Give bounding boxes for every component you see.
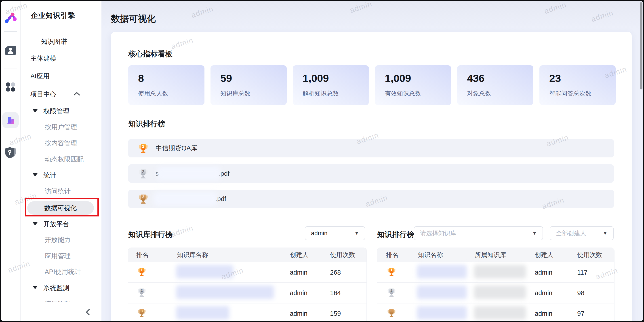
sidebar-item-by-content[interactable]: 按内容管理	[45, 135, 77, 151]
sidebar-item-project-center[interactable]: 项目中心	[30, 86, 94, 102]
collapse-sidebar-icon[interactable]	[84, 308, 91, 316]
sidebar-group-permission[interactable]: 权限管理	[32, 103, 69, 119]
svg-text:1: 1	[390, 268, 392, 272]
redacted-text	[475, 266, 525, 277]
apps-grid-icon[interactable]	[4, 81, 16, 93]
trophy-gold-icon: 1	[136, 266, 147, 277]
table-row: 3 admin159	[128, 303, 366, 321]
metric-value: 1,009	[302, 72, 329, 84]
caret-down-icon: ▼	[532, 231, 537, 236]
icon-rail	[1, 1, 20, 321]
ranking-heading: 知识排行榜	[128, 119, 165, 129]
sidebar-item-api-usage-stats[interactable]: API使用统计	[45, 264, 81, 280]
divider	[4, 31, 17, 32]
trophy-bronze-icon: 3	[386, 307, 397, 318]
table-header: 排名 知识库名称 创建人 使用次数	[128, 248, 366, 262]
rail-item-analytics-active[interactable]	[2, 112, 19, 128]
shield-key-icon[interactable]	[5, 147, 16, 159]
col-kb-name: 知识库名称	[177, 251, 290, 259]
app-logo-icon[interactable]	[4, 11, 17, 24]
col-creator: 创建人	[290, 251, 330, 259]
sidebar-item-app-management[interactable]: 应用管理	[45, 248, 70, 264]
active-item-pill: 数据可视化	[27, 201, 94, 215]
trophy-bronze-icon: 3	[137, 193, 149, 205]
bar-chart-icon	[5, 115, 16, 125]
triangle-down-icon	[32, 286, 38, 289]
metric-label: 使用总人数	[138, 90, 168, 98]
redacted-text	[418, 266, 466, 277]
sidebar-item-data-visualization-active[interactable]: 数据可视化	[21, 200, 102, 216]
metric-value: 8	[138, 72, 144, 84]
sidebar-item-subject-modeling[interactable]: 主体建模	[30, 50, 56, 66]
trophy-gold-icon: 1	[137, 142, 149, 154]
svg-text:2: 2	[140, 288, 142, 293]
metric-card-qa-count: 23智能问答总次数	[540, 65, 616, 105]
col-knowledge-name: 知识名称	[418, 251, 475, 259]
creator-filter-dropdown[interactable]: admin▼	[305, 226, 365, 240]
table-header: 排名 知识名称 所属知识库 创建人 使用次数	[377, 248, 614, 262]
kb-ranking-table: 排名 知识库名称 创建人 使用次数 1 admin268 2 admin164 …	[128, 248, 366, 321]
k-table-heading: 知识排行榜	[377, 230, 414, 240]
sidebar: 企业知识引擎 知识图谱 主体建模 AI应用 项目中心 权限管理 按用户管理 按内…	[21, 1, 102, 321]
triangle-down-icon	[32, 109, 38, 113]
sidebar-item-ai-app[interactable]: AI应用	[30, 68, 50, 84]
ranking-row-1: 1 中信期货QA库	[128, 139, 614, 157]
col-creator: 创建人	[535, 251, 577, 259]
metric-label: 知识库总数	[220, 90, 250, 98]
table-row: 2 admin98	[377, 282, 614, 303]
dropdown-placeholder: 请选择知识库	[420, 229, 456, 237]
metric-label: 有效知识总数	[385, 90, 421, 98]
kb-select-dropdown[interactable]: 请选择知识库▼	[414, 226, 543, 240]
metric-label: 智能问答总次数	[549, 90, 592, 98]
ranking-item-name: .pdf	[156, 194, 226, 204]
metric-card-parsed: 1,009解析知识总数	[293, 65, 369, 105]
redacted-text	[475, 286, 525, 298]
redacted-text	[418, 286, 466, 298]
redacted-text	[177, 266, 232, 277]
app-window: 企业知识引擎 知识图谱 主体建模 AI应用 项目中心 权限管理 按用户管理 按内…	[1, 1, 643, 321]
metrics-heading: 核心指标看板	[128, 49, 172, 59]
all-creators-dropdown[interactable]: 全部创建人▼	[550, 226, 614, 240]
sidebar-item-dynamic-permission[interactable]: 动态权限匹配	[45, 151, 84, 167]
col-rank: 排名	[136, 251, 177, 259]
svg-text:3: 3	[390, 309, 392, 313]
ranking-item-name: 中信期货QA库	[156, 144, 197, 153]
redacted-text	[156, 194, 216, 204]
sidebar-item-by-user[interactable]: 按用户管理	[45, 119, 77, 135]
metric-value: 436	[467, 72, 484, 84]
sidebar-item-access-stats[interactable]: 访问统计	[45, 183, 70, 199]
svg-text:3: 3	[142, 195, 144, 199]
ranking-item-name: s.pdf	[156, 168, 230, 179]
caret-down-icon: ▼	[603, 231, 607, 236]
page-scrollbar-thumb[interactable]	[640, 2, 642, 90]
ranking-row-3: 3 .pdf	[128, 190, 614, 208]
sidebar-group-statistics[interactable]: 统计	[32, 167, 56, 183]
sidebar-item-open-capability[interactable]: 开放能力	[45, 232, 70, 248]
col-usage: 使用次数	[330, 251, 366, 259]
col-owner-kb: 所属知识库	[475, 251, 535, 259]
redacted-text	[418, 307, 466, 319]
table-row: 1 admin268	[128, 262, 366, 282]
main-content: 数据可视化 核心指标看板 8使用总人数 59知识库总数 1,009解析知识总数 …	[102, 1, 643, 321]
redacted-text	[159, 168, 219, 179]
trophy-silver-icon: 2	[136, 287, 147, 298]
trophy-silver-icon: 2	[386, 287, 397, 298]
svg-text:2: 2	[142, 169, 144, 174]
sidebar-title: 企业知识引擎	[31, 11, 75, 21]
redacted-text	[177, 286, 273, 298]
svg-text:1: 1	[142, 144, 144, 149]
col-usage: 使用次数	[577, 251, 614, 259]
sidebar-item-knowledge-graph[interactable]: 知识图谱	[41, 34, 67, 50]
trophy-bronze-icon: 3	[136, 307, 147, 318]
col-rank: 排名	[386, 251, 418, 259]
metric-card-kb-total: 59知识库总数	[210, 65, 287, 105]
table-row: 1 admin117	[377, 262, 614, 282]
dropdown-value: admin	[311, 230, 328, 237]
table-row: 3 admin97	[377, 303, 614, 321]
ranking-row-2: 2 s.pdf	[128, 164, 614, 183]
triangle-down-icon	[32, 173, 38, 176]
svg-text:2: 2	[390, 288, 392, 293]
sidebar-group-system-monitor[interactable]: 系统监测	[32, 280, 69, 296]
user-badge-icon[interactable]	[5, 45, 16, 56]
sidebar-group-open-platform[interactable]: 开放平台	[32, 216, 69, 232]
